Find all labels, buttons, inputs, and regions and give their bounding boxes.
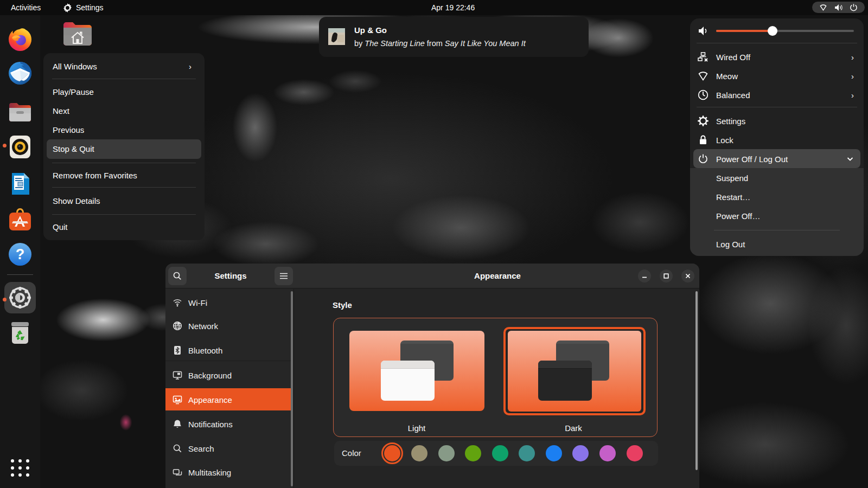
svg-text:?: ? [16,246,25,262]
